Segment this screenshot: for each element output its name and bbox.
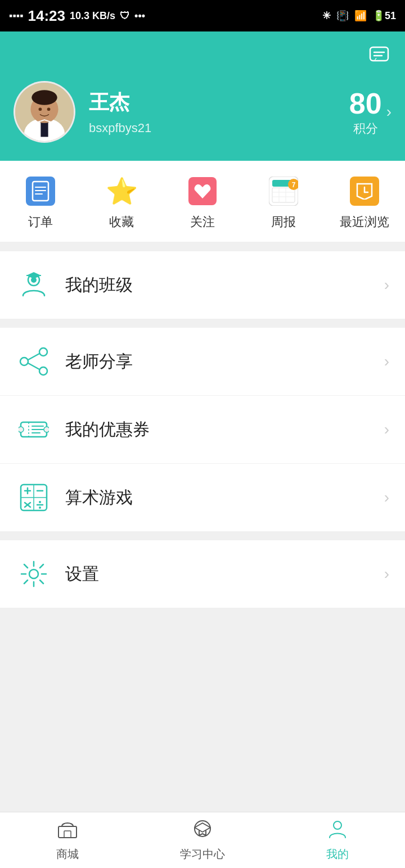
math-game-icon (16, 480, 52, 516)
mine-label: 我的 (326, 847, 349, 862)
section-gap-3 (0, 531, 405, 540)
svg-text:7: 7 (292, 181, 296, 189)
points-chevron-icon: › (386, 103, 392, 121)
my-class-label: 我的班级 (65, 274, 384, 297)
coupon-chevron-icon: › (384, 421, 389, 438)
signal-icon: ▪▪▪▪ (9, 10, 24, 22)
profile-header: 王杰 bsxpfbys21 80 积分 › (0, 31, 405, 161)
status-right: ✳ 📳 📶 🔋51 (322, 10, 396, 22)
action-collect[interactable]: ⭐ 收藏 (93, 174, 150, 230)
svg-rect-0 (370, 47, 388, 61)
svg-point-33 (39, 367, 47, 375)
battery-icon: 🔋51 (372, 10, 396, 22)
math-game-chevron-icon: › (384, 489, 389, 507)
bottom-navigation: 商城 学习中心 我的 (0, 812, 405, 868)
settings-chevron-icon: › (384, 565, 389, 583)
svg-point-54 (29, 569, 38, 578)
quick-actions: 订单 ⭐ 收藏 关注 (0, 161, 405, 242)
follow-icon (186, 174, 219, 208)
coupon-icon (16, 412, 52, 447)
vibrate-icon: 📳 (336, 10, 349, 22)
gray-content-area (0, 608, 405, 799)
menu-section-2: 老师分享 › 我的优惠券 › (0, 328, 405, 531)
wifi-icon: 📶 (354, 10, 367, 22)
shield-icon: 🛡 (120, 10, 130, 22)
svg-point-9 (47, 107, 51, 111)
orders-icon (24, 174, 57, 208)
header-top (14, 43, 392, 67)
weekly-label: 周报 (271, 214, 296, 230)
status-bar: ▪▪▪▪ 14:23 10.3 KB/s 🛡 ••• ✳ 📳 📶 🔋51 (0, 0, 405, 31)
action-follow[interactable]: 关注 (174, 174, 231, 230)
svg-rect-55 (58, 826, 76, 838)
user-name: 王杰 (89, 89, 151, 116)
svg-point-52 (39, 501, 41, 503)
svg-rect-17 (272, 188, 295, 202)
avatar[interactable] (14, 81, 75, 143)
menu-item-math-game[interactable]: 算术游戏 › (0, 464, 405, 531)
learning-label: 学习中心 (180, 847, 225, 862)
svg-point-38 (19, 427, 24, 432)
orders-label: 订单 (28, 214, 53, 230)
nav-item-shop[interactable]: 商城 (0, 819, 135, 862)
teacher-share-label: 老师分享 (65, 350, 384, 373)
status-time: 14:23 (28, 7, 66, 25)
recent-label: 最近浏览 (340, 214, 389, 230)
svg-line-34 (28, 354, 39, 360)
weekly-icon: 7 (267, 174, 300, 208)
svg-line-35 (28, 363, 39, 369)
follow-label: 关注 (190, 214, 215, 230)
menu-item-settings[interactable]: 设置 › (0, 540, 405, 608)
svg-point-39 (44, 427, 49, 432)
settings-icon (16, 556, 52, 592)
svg-point-32 (20, 358, 28, 365)
svg-point-8 (39, 107, 42, 111)
teacher-share-icon (16, 343, 52, 379)
recent-icon (348, 174, 381, 208)
svg-rect-56 (64, 831, 71, 838)
points-label: 积分 (353, 120, 378, 137)
chat-icon[interactable] (367, 43, 392, 67)
menu-section-1: 我的班级 › (0, 251, 405, 319)
mine-icon (327, 819, 348, 843)
section-gap-2 (0, 319, 405, 328)
nav-item-mine[interactable]: 我的 (270, 819, 405, 862)
collect-label: 收藏 (109, 214, 134, 230)
profile-row: 王杰 bsxpfbys21 80 积分 › (14, 81, 392, 143)
learning-icon (192, 819, 213, 843)
profile-info: 王杰 bsxpfbys21 (89, 89, 151, 135)
menu-item-coupon[interactable]: 我的优惠券 › (0, 396, 405, 464)
svg-point-59 (334, 821, 341, 829)
my-class-chevron-icon: › (384, 276, 389, 294)
data-speed: 10.3 KB/s (70, 10, 115, 22)
bluetooth-icon: ✳ (322, 10, 331, 22)
section-gap-1 (0, 242, 405, 251)
collect-icon: ⭐ (105, 174, 138, 208)
shop-icon (57, 819, 78, 843)
svg-marker-58 (195, 823, 210, 832)
menu-item-teacher-share[interactable]: 老师分享 › (0, 328, 405, 396)
svg-point-31 (39, 348, 47, 356)
my-class-icon (16, 267, 52, 303)
action-recent[interactable]: 最近浏览 (336, 174, 393, 230)
status-left: ▪▪▪▪ 14:23 10.3 KB/s 🛡 ••• (9, 7, 145, 25)
profile-left: 王杰 bsxpfbys21 (14, 81, 151, 143)
action-orders[interactable]: 订单 (12, 174, 69, 230)
user-handle: bsxpfbys21 (89, 121, 151, 135)
svg-point-53 (39, 507, 41, 509)
svg-rect-5 (40, 121, 48, 137)
menu-item-my-class[interactable]: 我的班级 › (0, 251, 405, 319)
nav-item-learning[interactable]: 学习中心 (135, 819, 270, 862)
settings-label: 设置 (65, 563, 384, 586)
shop-label: 商城 (56, 847, 79, 862)
action-weekly[interactable]: 7 周报 (255, 174, 312, 230)
points-number: 80 (349, 87, 382, 120)
coupon-label: 我的优惠券 (65, 418, 384, 441)
teacher-share-chevron-icon: › (384, 352, 389, 370)
svg-point-7 (32, 90, 57, 105)
menu-section-3: 设置 › (0, 540, 405, 608)
more-icon: ••• (134, 10, 145, 22)
points-area[interactable]: 80 积分 › (349, 87, 392, 137)
math-game-label: 算术游戏 (65, 486, 384, 509)
